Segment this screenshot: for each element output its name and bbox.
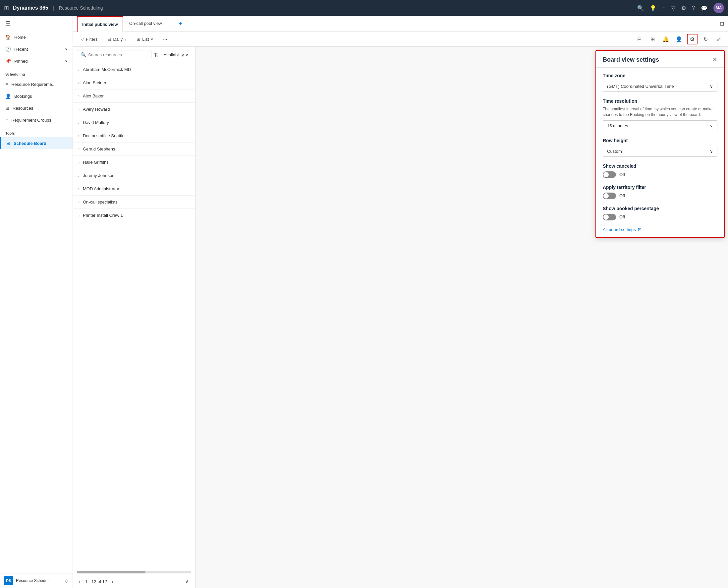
tab-options-icon[interactable]: ⋮	[168, 21, 176, 27]
chevron-down-icon: ∨	[124, 38, 127, 41]
daily-button[interactable]: ⊟ Daily ∨	[104, 35, 130, 44]
apply-territory-toggle[interactable]	[603, 193, 616, 199]
board-settings-icon[interactable]: ⚙	[687, 34, 698, 44]
resource-scrollbar[interactable]	[77, 571, 191, 573]
time-resolution-select[interactable]: 15 minutes ∨	[603, 120, 718, 131]
resource-item[interactable]: › Abraham McCormick MD	[73, 63, 195, 76]
resource-item[interactable]: › Alan Steiner	[73, 76, 195, 89]
sidebar-item-pinned[interactable]: 📌 Pinned ∨	[0, 55, 72, 67]
people-icon[interactable]: 👤	[674, 34, 684, 44]
show-canceled-field: Show canceled Off	[603, 163, 718, 178]
sidebar-item-home[interactable]: 🏠 Home	[0, 31, 72, 43]
search-icon: 🔍	[81, 52, 86, 57]
refresh-icon[interactable]: ↻	[700, 34, 711, 44]
resource-item[interactable]: › David Mallory	[73, 116, 195, 129]
resource-item[interactable]: › Jeremy Johnson	[73, 169, 195, 182]
sort-icon[interactable]: ⇅	[154, 52, 158, 58]
chevron-down-icon: ∨	[65, 47, 67, 51]
resource-name: Alex Baker	[83, 93, 104, 99]
resource-name: Halle Griffiths	[83, 160, 109, 165]
sidebar-item-schedule-board[interactable]: ⊞ Schedule Board	[0, 137, 72, 149]
tools-section-label: Tools	[0, 126, 72, 137]
lightbulb-icon[interactable]: 💡	[650, 5, 657, 11]
resource-item[interactable]: › Alex Baker	[73, 89, 195, 103]
chevron-down-icon: ∨	[710, 123, 713, 128]
board-area: Board view settings ✕ Time zone (GMT) Co…	[195, 47, 728, 588]
resource-item[interactable]: › Avery Howard	[73, 103, 195, 116]
search-icon[interactable]: 🔍	[637, 5, 644, 11]
expand-icon: ›	[78, 160, 80, 165]
row-height-select[interactable]: Custom ∨	[603, 146, 718, 157]
external-link-icon: ⊡	[638, 227, 642, 232]
app-body: ☰ 🏠 Home 🕐 Recent ∨ 📌 Pinned ∨ Schedulin…	[0, 16, 728, 588]
list-icon: ⊞	[136, 37, 141, 42]
grid-icon: ⊞	[5, 105, 9, 111]
expand-icon: ›	[78, 67, 80, 72]
resource-item[interactable]: › MOD Administrator	[73, 182, 195, 195]
show-booked-toggle-row: Off	[603, 214, 718, 220]
resource-name: Printer Install Crew 1	[83, 213, 123, 218]
help-icon[interactable]: ?	[692, 5, 695, 11]
toolbar: ▽ Filters ⊟ Daily ∨ ⊞ List ∨ ⋯ ⊟ ⊞ 🔔 👤	[73, 32, 728, 47]
popout-icon[interactable]: ⊡	[720, 21, 724, 27]
add-icon[interactable]: +	[662, 5, 665, 11]
sidebar-item-resources[interactable]: ⊞ Resources	[0, 102, 72, 114]
availability-button[interactable]: Availability ∨	[161, 51, 191, 59]
filter-icon[interactable]: ▽	[671, 5, 675, 11]
tab-add-button[interactable]: +	[177, 20, 184, 27]
all-board-settings-link[interactable]: All board settings ⊡	[603, 227, 718, 232]
columns-icon[interactable]: ⊞	[647, 34, 658, 44]
sidebar-toggle[interactable]: ☰	[0, 16, 72, 31]
list-icon: ≡	[5, 82, 8, 87]
time-zone-value: (GMT) Coordinated Universal Time	[607, 84, 674, 89]
user-avatar[interactable]: MA	[713, 3, 724, 13]
resource-item[interactable]: › Doctor's office Seattle	[73, 129, 195, 143]
tab-label: On-call pool view	[129, 21, 162, 26]
show-canceled-toggle[interactable]	[603, 171, 616, 178]
resource-name: Gerald Stephens	[83, 147, 115, 151]
settings-close-button[interactable]: ✕	[712, 56, 718, 63]
time-zone-select[interactable]: (GMT) Coordinated Universal Time ∨	[603, 81, 718, 92]
more-button[interactable]: ⋯	[159, 35, 171, 44]
expand-icon[interactable]: ⤢	[713, 34, 724, 44]
sidebar-item-resource-req[interactable]: ≡ Resource Requireme...	[0, 78, 72, 90]
filters-button[interactable]: ▽ Filters	[77, 35, 101, 44]
schedule-board-icon: ⊞	[6, 141, 10, 146]
show-canceled-state: Off	[619, 172, 625, 177]
resource-item[interactable]: › Halle Griffiths	[73, 156, 195, 169]
prev-page-button[interactable]: ‹	[77, 578, 83, 585]
apps-icon[interactable]: ⊞	[4, 4, 9, 12]
chat-icon[interactable]: 💬	[701, 5, 707, 11]
resource-search-bar: 🔍 ⇅ Availability ∨	[73, 47, 195, 63]
view-icon[interactable]: ⊟	[634, 34, 644, 44]
daily-label: Daily	[113, 37, 123, 42]
list-button[interactable]: ⊞ List ∨	[133, 35, 156, 44]
sidebar-item-recent[interactable]: 🕐 Recent ∨	[0, 43, 72, 55]
resource-item[interactable]: › Printer Install Crew 1	[73, 209, 195, 222]
resource-item[interactable]: › On-call specialists	[73, 195, 195, 209]
show-booked-toggle[interactable]	[603, 214, 616, 220]
sidebar-item-bookings[interactable]: 👤 Bookings	[0, 90, 72, 102]
sidebar-bottom: RS Resource Schedul... ◇	[0, 573, 72, 588]
sidebar-item-req-groups[interactable]: ≡ Requirement Groups	[0, 114, 72, 126]
row-height-value: Custom	[607, 149, 622, 154]
recent-icon: 🕐	[5, 46, 11, 52]
expand-icon: ›	[78, 107, 80, 112]
resource-name: On-call specialists	[83, 200, 117, 205]
sidebar-item-label: Pinned	[14, 59, 27, 64]
next-page-button[interactable]: ›	[110, 578, 115, 585]
settings-icon[interactable]: ⚙	[681, 5, 686, 11]
resource-name: Doctor's office Seattle	[83, 133, 125, 138]
resource-name: Avery Howard	[83, 107, 110, 112]
tab-on-call-pool-view[interactable]: On-call pool view	[125, 16, 167, 31]
schedule-area: 🔍 ⇅ Availability ∨ › Abraham McCormick M…	[73, 47, 728, 588]
tab-initial-public-view[interactable]: Initial public view	[77, 16, 123, 32]
bell-icon[interactable]: 🔔	[660, 34, 671, 44]
time-resolution-label: Time resolution	[603, 99, 718, 104]
resource-name: David Mallory	[83, 120, 109, 125]
resource-item[interactable]: › Gerald Stephens	[73, 143, 195, 156]
collapse-icon[interactable]: ∧	[183, 578, 191, 585]
sidebar-bottom-avatar: RS	[4, 576, 13, 585]
app-module: Resource Scheduling	[59, 5, 103, 10]
search-input[interactable]	[88, 52, 148, 57]
